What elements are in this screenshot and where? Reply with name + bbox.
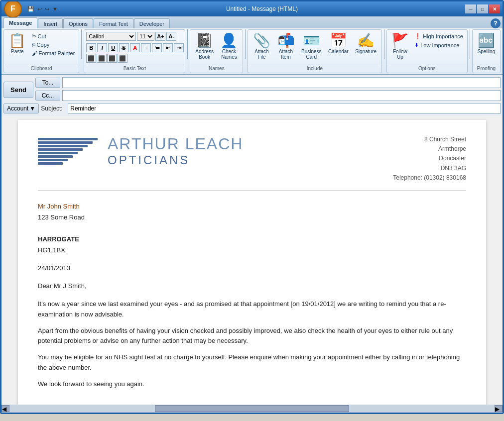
close-button[interactable]: ✕ [489,4,500,13]
title-bar-left: F 💾 ↩ ↪ ▼ [4,0,59,18]
divider-5 [470,29,470,59]
address-line-3: Doncaster [393,154,466,163]
business-card-button[interactable]: 🪪 Business Card [298,32,324,62]
company-name-1: ARTHUR LEACH [108,135,243,153]
horizontal-scroll-track[interactable] [9,405,495,412]
font-color-button[interactable]: A [130,43,140,52]
window-controls: ─ □ ✕ [465,4,500,13]
title-bar: F 💾 ↩ ↪ ▼ Untitled - Message (HTML) ─ □ … [1,1,503,16]
scroll-right-button[interactable]: ▶ [495,405,503,412]
to-button[interactable]: To... [35,78,60,88]
importance-buttons: ❗ High Importance ⬇ Low Importance [412,32,465,49]
calendar-button[interactable]: 📅 Calendar [325,32,351,56]
paragraph-2: Apart from the obvious benefits of havin… [38,326,466,347]
email-scroll-area[interactable]: ARTHUR LEACH OPTICIANS 8 Church Street A… [1,116,503,405]
scroll-left-button[interactable]: ◀ [1,405,9,412]
format-painter-button[interactable]: 🖌 Format Painter [30,49,77,57]
attach-file-button[interactable]: 📎 Attach File [250,32,273,62]
recipient-address-block: Mr John Smith 123 Some Road HARROGATE HG… [38,201,466,256]
font-size-select[interactable]: 11 [137,32,154,41]
account-button[interactable]: Account ▼ [3,104,39,113]
address1: 123 Some Road [38,212,466,223]
logo-bar-3 [38,145,88,147]
low-importance-button[interactable]: ⬇ Low Importance [412,41,465,49]
divider-1 [81,29,82,59]
font-family-select[interactable]: Calibri [86,32,136,41]
paste-button[interactable]: 📋 Paste [6,32,29,56]
attach-item-button[interactable]: 📬 Attach Item [274,32,298,62]
mail-header-area: Send To... Cc... [3,77,501,102]
tab-format-text[interactable]: Format Text [94,18,133,28]
maximize-button[interactable]: □ [477,4,488,13]
clipboard-group-content: 📋 Paste ✂ Cut ⎘ Copy 🖌 [5,31,78,64]
send-button[interactable]: Send [3,82,33,98]
low-importance-icon: ⬇ [414,42,419,48]
window-title: Untitled - Message (HTML) [59,5,465,12]
address-line-1: 8 Church Street [393,135,466,144]
qa-more[interactable]: ▼ [51,5,59,12]
qa-undo[interactable]: ↩ [36,5,43,13]
company-name-2: OPTICIANS [108,153,243,167]
tab-developer[interactable]: Developer [134,18,170,28]
horizontal-scroll-thumb[interactable] [155,405,349,412]
mail-compose-area: Send To... Cc... Account ▼ Subject: [1,75,503,116]
send-column: Send [3,77,33,102]
align-left-button[interactable]: ⬛ [86,54,96,63]
logo-bar-6 [38,155,73,158]
to-input[interactable] [62,77,501,88]
tab-insert[interactable]: Insert [38,18,63,28]
tab-options[interactable]: Options [63,18,93,28]
cc-input[interactable] [62,90,501,101]
office-button[interactable]: F [4,0,22,18]
cc-button[interactable]: Cc... [35,91,60,101]
logo-bar-7 [38,159,68,161]
align-center-button[interactable]: ⬛ [97,54,107,63]
divider-3 [245,29,246,59]
subject-input[interactable] [68,103,501,114]
grow-font-button[interactable]: A+ [155,32,165,41]
qa-redo[interactable]: ↪ [44,5,50,13]
help-button[interactable]: ? [491,18,501,28]
quick-access-toolbar: 💾 ↩ ↪ ▼ [26,4,59,14]
basic-text-group-label: Basic Text [85,65,184,72]
justify-button[interactable]: ⬛ [118,54,127,63]
clipboard-group-label: Clipboard [5,65,78,72]
names-group: 📓 Address Book 👤 Check Names Names [190,29,243,73]
names-group-label: Names [191,65,242,72]
basic-text-group: Calibri 11 A+ A- B I U S̶ A ≡ [84,29,185,73]
align-right-button[interactable]: ⬛ [107,54,117,63]
logo-text: ARTHUR LEACH OPTICIANS [108,135,243,167]
minimize-button[interactable]: ─ [465,4,476,13]
qa-save[interactable]: 💾 [26,5,35,13]
copy-icon: ⎘ [32,42,35,48]
bullets-button[interactable]: ≡ [141,43,151,52]
address-line-5: Telephone: (01302) 830168 [393,173,466,183]
include-group: 📎 Attach File 📬 Attach Item 🪪 Business C… [248,29,381,73]
spelling-icon: 🔤 [478,34,495,48]
bold-button[interactable]: B [86,43,96,52]
city: HARROGATE [38,234,466,245]
signature-button[interactable]: ✍ Signature [352,32,379,56]
follow-up-button[interactable]: 🚩 Follow Up [389,32,412,62]
high-importance-button[interactable]: ❗ High Importance [412,32,465,40]
address-book-button[interactable]: 📓 Address Book [192,32,216,62]
strikethrough-button[interactable]: S̶ [119,43,129,52]
horizontal-scrollbar[interactable]: ◀ ▶ [1,405,503,413]
attach-item-icon: 📬 [277,34,295,48]
check-names-button[interactable]: 👤 Check Names [218,32,241,62]
address-line-4: DN3 3AG [393,164,466,173]
decrease-indent-button[interactable]: ⇤ [163,43,173,52]
spelling-button[interactable]: 🔤 Spelling [475,32,498,56]
cut-button[interactable]: ✂ Cut [30,32,77,40]
shrink-font-button[interactable]: A- [166,32,176,41]
italic-button[interactable]: I [97,43,107,52]
numbering-button[interactable]: ≔ [152,43,162,52]
ribbon-content: 📋 Paste ✂ Cut ⎘ Copy 🖌 [1,28,503,74]
include-group-label: Include [249,65,380,72]
increase-indent-button[interactable]: ⇥ [174,43,184,52]
copy-button[interactable]: ⎘ Copy [30,41,77,49]
options-group-label: Options [388,65,466,72]
tab-message[interactable]: Message [3,17,37,28]
clipboard-small-buttons: ✂ Cut ⎘ Copy 🖌 Format Painter [30,32,77,57]
underline-button[interactable]: U [108,43,118,52]
